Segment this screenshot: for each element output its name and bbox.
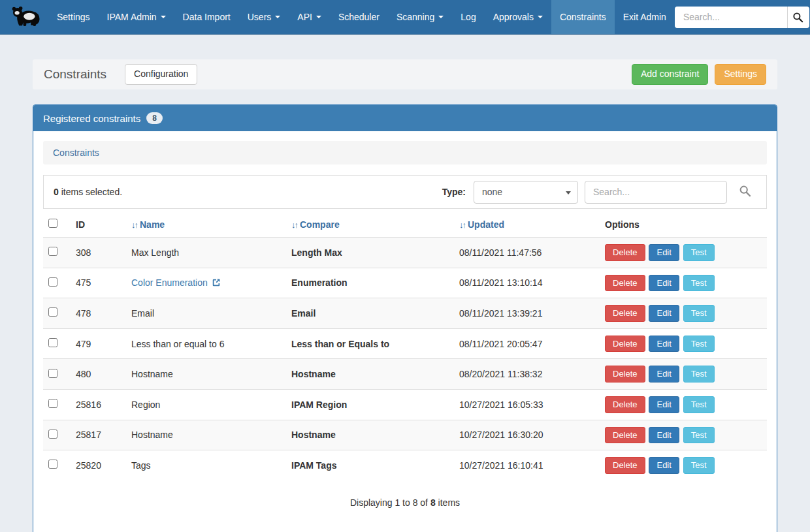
edit-button[interactable]: Edit xyxy=(649,457,679,474)
row-checkbox[interactable] xyxy=(48,430,57,439)
row-id: 25820 xyxy=(71,450,126,480)
row-updated: 10/27/2021 16:30:20 xyxy=(454,420,600,450)
test-button[interactable]: Test xyxy=(683,457,715,474)
row-updated: 08/11/2021 20:05:47 xyxy=(454,328,600,359)
edit-button[interactable]: Edit xyxy=(649,275,679,292)
sort-icon: ↓↑ xyxy=(131,220,137,230)
row-checkbox[interactable] xyxy=(48,277,57,287)
row-id: 25817 xyxy=(71,420,126,450)
test-button[interactable]: Test xyxy=(683,427,715,444)
settings-button[interactable]: Settings xyxy=(715,64,766,84)
toolbar-filters: Type: none xyxy=(442,181,756,204)
edit-button[interactable]: Edit xyxy=(649,336,679,352)
row-checkbox[interactable] xyxy=(48,307,57,317)
column-header-updated[interactable]: ↓↑Updated xyxy=(454,210,600,238)
nav-item-settings[interactable]: Settings xyxy=(48,0,99,34)
table-header-row: ID ↓↑Name ↓↑Compare ↓↑Updated Options xyxy=(43,210,767,238)
search-icon xyxy=(792,12,803,23)
navbar-search-button[interactable] xyxy=(787,7,809,28)
row-compare: IPAM Tags xyxy=(286,450,454,480)
add-constraint-button[interactable]: Add constraint xyxy=(632,64,709,84)
select-all-checkbox[interactable] xyxy=(48,219,57,228)
caret-down-icon xyxy=(275,16,280,18)
row-checkbox[interactable] xyxy=(48,247,57,256)
page-title: Constraints xyxy=(44,67,106,82)
caret-down-icon xyxy=(538,16,543,18)
search-icon xyxy=(739,185,751,197)
table-row: 480 Hostname Hostname 08/20/2021 11:38:3… xyxy=(43,359,767,390)
table-search-input[interactable] xyxy=(585,181,727,204)
table-toolbar: 0 items selected. Type: none xyxy=(43,175,767,209)
row-checkbox[interactable] xyxy=(48,338,57,347)
main-nav: Settings IPAM Admin Data Import Users AP… xyxy=(48,0,675,34)
edit-button[interactable]: Edit xyxy=(649,305,679,322)
row-id: 475 xyxy=(71,268,126,298)
pagination-status: Displaying 1 to 8 of 8 items xyxy=(43,480,767,531)
test-button[interactable]: Test xyxy=(683,336,715,352)
column-header-compare[interactable]: ↓↑Compare xyxy=(286,210,454,238)
row-checkbox[interactable] xyxy=(48,399,57,408)
test-button[interactable]: Test xyxy=(683,275,715,292)
row-compare: Hostname xyxy=(286,420,454,450)
row-compare: Hostname xyxy=(286,359,454,390)
test-button[interactable]: Test xyxy=(683,305,715,322)
row-name-link[interactable]: Color Enumeration xyxy=(131,277,208,288)
test-button[interactable]: Test xyxy=(683,244,715,261)
nav-item-exit-admin[interactable]: Exit Admin xyxy=(615,0,675,34)
edit-button[interactable]: Edit xyxy=(649,244,679,261)
caret-down-icon xyxy=(566,191,571,195)
delete-button[interactable]: Delete xyxy=(605,336,645,352)
caret-down-icon xyxy=(161,16,166,18)
nav-item-users[interactable]: Users xyxy=(239,0,289,34)
nav-item-ipam-admin[interactable]: IPAM Admin xyxy=(99,0,174,34)
pagination-count: 8 xyxy=(430,497,436,508)
table-row: 475 Color Enumeration Enumeration 08/11/… xyxy=(43,268,767,298)
row-updated: 10/27/2021 16:05:33 xyxy=(454,389,600,420)
test-button[interactable]: Test xyxy=(683,366,715,383)
constraints-table: ID ↓↑Name ↓↑Compare ↓↑Updated Options 30… xyxy=(43,210,767,480)
delete-button[interactable]: Delete xyxy=(605,457,645,474)
table-row: 479 Less than or equal to 6 Less than or… xyxy=(43,328,767,359)
nav-item-scheduler[interactable]: Scheduler xyxy=(330,0,388,34)
tab-constraints[interactable]: Constraints xyxy=(53,148,99,158)
table-row: 25817 Hostname Hostname 10/27/2021 16:30… xyxy=(43,420,767,450)
edit-button[interactable]: Edit xyxy=(649,366,679,383)
delete-button[interactable]: Delete xyxy=(605,275,645,292)
delete-button[interactable]: Delete xyxy=(605,244,645,261)
row-compare: Email xyxy=(286,298,454,329)
delete-button[interactable]: Delete xyxy=(605,427,645,444)
navbar-search-input[interactable] xyxy=(675,7,787,28)
row-compare: Enumeration xyxy=(286,268,454,298)
row-checkbox[interactable] xyxy=(48,460,57,469)
column-header-name[interactable]: ↓↑Name xyxy=(126,210,286,238)
configuration-button[interactable]: Configuration xyxy=(125,64,197,84)
nav-item-api[interactable]: API xyxy=(289,0,330,34)
row-compare: Less than or Equals to xyxy=(286,328,454,359)
type-select-value: none xyxy=(482,187,502,197)
row-updated: 08/20/2021 11:38:32 xyxy=(454,359,600,390)
nav-item-log[interactable]: Log xyxy=(452,0,484,34)
navbar-right xyxy=(675,0,810,34)
delete-button[interactable]: Delete xyxy=(605,366,645,383)
edit-button[interactable]: Edit xyxy=(649,396,679,413)
row-compare: Length Max xyxy=(286,238,454,268)
nav-item-scanning[interactable]: Scanning xyxy=(388,0,452,34)
edit-button[interactable]: Edit xyxy=(649,427,679,444)
selected-text: items selected. xyxy=(59,187,122,197)
tab-strip: Constraints xyxy=(43,141,767,164)
nav-item-approvals[interactable]: Approvals xyxy=(485,0,551,34)
row-updated: 08/11/2021 13:10:14 xyxy=(454,268,600,298)
nav-item-data-import[interactable]: Data Import xyxy=(174,0,239,34)
nav-item-constraints[interactable]: Constraints xyxy=(551,0,615,34)
type-label: Type: xyxy=(442,187,466,197)
caret-down-icon xyxy=(438,16,444,18)
table-search-button[interactable] xyxy=(734,182,756,202)
brand-logo[interactable] xyxy=(5,0,48,34)
table-row: 25820 Tags IPAM Tags 10/27/2021 16:10:41… xyxy=(43,450,767,480)
pagination-prefix: Displaying 1 to 8 of xyxy=(350,497,430,508)
delete-button[interactable]: Delete xyxy=(605,305,645,322)
type-select[interactable]: none xyxy=(474,181,578,204)
delete-button[interactable]: Delete xyxy=(605,396,645,413)
test-button[interactable]: Test xyxy=(683,396,715,413)
row-checkbox[interactable] xyxy=(48,369,57,378)
